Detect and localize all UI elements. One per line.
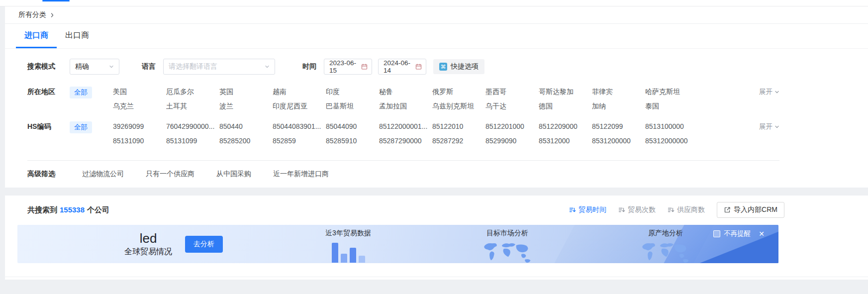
sort-supplier-count-label: 供应商数 (677, 205, 705, 214)
hs-code-item[interactable]: 39269099 (113, 121, 166, 132)
region-item[interactable]: 印度 (326, 87, 379, 97)
filter-row-region: 所在地区 全部 美国厄瓜多尔英国越南印度秘鲁俄罗斯墨西哥哥斯达黎加菲律宾哈萨克斯… (27, 87, 779, 111)
hs-code-item[interactable]: 85312000000 (645, 136, 698, 146)
hs-code-item[interactable]: 85287292 (432, 136, 485, 146)
filter-panel: 搜索模式 精确 语言 请选择翻译语言 时间 2023-06-15 (5, 49, 868, 188)
hs-all-tag[interactable]: 全部 (70, 121, 92, 133)
hs-code-item[interactable]: 8512209000 (539, 121, 592, 132)
region-item[interactable]: 俄罗斯 (432, 87, 485, 97)
hs-code-item[interactable]: 85044083901... (273, 121, 326, 132)
hs-code-item[interactable]: 85287290000 (379, 136, 432, 146)
region-item[interactable]: 印度尼西亚 (273, 101, 326, 111)
region-item[interactable]: 孟加拉国 (379, 101, 432, 111)
date-start-input[interactable]: 2023-06-15 (324, 59, 372, 75)
hs-code-label: HS编码 (27, 121, 62, 131)
region-expand-toggle[interactable]: 展开 (759, 87, 779, 97)
chevron-down-icon (774, 124, 779, 129)
hs-code-item[interactable]: 85285200 (219, 136, 273, 146)
language-select[interactable]: 请选择翻译语言 (163, 59, 275, 75)
hs-code-item[interactable]: 85122000001... (379, 121, 432, 132)
banner-section-origin-title: 原产地分析 (648, 229, 683, 238)
banner-subtitle: 全球贸易情况 (124, 247, 172, 257)
hs-code-item[interactable]: 8512201000 (485, 121, 539, 132)
region-item[interactable]: 墨西哥 (485, 87, 539, 97)
hs-expand-label: 展开 (759, 122, 772, 131)
region-item[interactable]: 土耳其 (166, 101, 219, 111)
dismiss-checkbox[interactable] (713, 230, 720, 237)
time-label: 时间 (302, 62, 316, 71)
breadcrumb-all-categories[interactable]: 所有分类 (18, 10, 46, 19)
region-item[interactable]: 德国 (539, 101, 592, 111)
advanced-filter-option[interactable]: 过滤物流公司 (82, 170, 124, 179)
region-item[interactable]: 乌兹别克斯坦 (432, 101, 485, 111)
region-item[interactable]: 哥斯达黎加 (539, 87, 592, 97)
region-item[interactable]: 美国 (113, 87, 166, 97)
hs-code-item[interactable]: 850440 (219, 121, 273, 132)
tab-bar: 进口商 出口商 (5, 24, 868, 49)
sort-trade-time-label: 贸易时间 (579, 205, 606, 214)
hs-code-item[interactable]: 85299090 (485, 136, 539, 146)
hs-code-item[interactable]: 85131090 (113, 136, 166, 146)
tab-importers[interactable]: 进口商 (16, 24, 57, 48)
advanced-filter-option[interactable]: 近一年新增进口商 (273, 170, 329, 179)
hs-code-item[interactable]: 85131099 (166, 136, 219, 146)
results-count-suffix: 个公司 (87, 205, 109, 215)
sort-icon (668, 206, 675, 213)
bar-chart-icon (332, 241, 365, 263)
region-item[interactable]: 菲律宾 (592, 87, 645, 97)
advanced-filter-option[interactable]: 从中国采购 (216, 170, 251, 179)
chevron-down-icon (109, 64, 114, 69)
banner-section-trade-data: 近3年贸易数据 (306, 229, 390, 263)
hs-code-item[interactable]: 85122010 (432, 121, 485, 132)
hs-code-item[interactable]: 85285910 (326, 136, 379, 146)
analyze-button[interactable]: 去分析 (185, 236, 223, 253)
close-icon[interactable]: ✕ (759, 230, 765, 237)
sort-trade-time[interactable]: 贸易时间 (569, 205, 606, 214)
world-map-icon (638, 241, 693, 263)
sort-supplier-count[interactable]: 供应商数 (668, 205, 705, 214)
tab-exporters-label: 出口商 (65, 30, 89, 41)
hs-code-item[interactable]: 8513100000 (645, 121, 698, 132)
hs-code-item[interactable]: 85122099 (592, 121, 645, 132)
region-item[interactable]: 乌干达 (485, 101, 539, 111)
region-item[interactable]: 哈萨克斯坦 (645, 87, 698, 97)
region-item[interactable]: 乌克兰 (113, 101, 166, 111)
hs-code-list: 3926909976042990000...85044085044083901.… (113, 121, 698, 146)
bottom-divider (5, 277, 868, 277)
sort-trade-count[interactable]: 贸易次数 (618, 205, 656, 214)
date-end-input[interactable]: 2024-06-14 (378, 59, 426, 75)
hs-code-item[interactable]: 85044090 (326, 121, 379, 132)
region-item[interactable]: 厄瓜多尔 (166, 87, 219, 97)
region-item[interactable]: 英国 (219, 87, 273, 97)
quick-options-button[interactable]: ⌘ 快捷选项 (433, 59, 484, 74)
search-mode-select[interactable]: 精确 (70, 59, 119, 75)
sort-icon (569, 206, 576, 213)
hs-expand-toggle[interactable]: 展开 (759, 121, 779, 131)
hs-code-item[interactable]: 852859 (273, 136, 326, 146)
tab-exporters[interactable]: 出口商 (57, 24, 97, 48)
region-item[interactable]: 波兰 (219, 101, 273, 111)
region-item[interactable]: 巴基斯坦 (326, 101, 379, 111)
hs-code-item[interactable]: 76042990000... (166, 121, 219, 132)
language-placeholder: 请选择翻译语言 (169, 62, 217, 71)
region-item[interactable]: 越南 (273, 87, 326, 97)
results-count-number: 155338 (60, 205, 85, 214)
filter-row-advanced: 高级筛选 过滤物流公司只有一个供应商从中国采购近一年新增进口商 (27, 170, 779, 179)
region-item[interactable]: 秘鲁 (379, 87, 432, 97)
analysis-banner: led 全球贸易情况 去分析 近3年贸易数据 目标市场分析 (17, 225, 778, 263)
advanced-filter-option[interactable]: 只有一个供应商 (146, 170, 194, 179)
quick-options-label: 快捷选项 (451, 62, 479, 71)
region-item[interactable]: 加纳 (592, 101, 645, 111)
hs-code-item[interactable]: 85312000 (539, 136, 592, 146)
banner-section-trade-data-title: 近3年贸易数据 (325, 229, 371, 238)
main-card: 所有分类 进口商 出口商 搜索模式 精确 语言 请选择翻译语言 (5, 6, 868, 188)
top-cutoff-strip (0, 0, 868, 6)
results-bar: 共搜索到 155338 个公司 贸易时间 贸易次数 (5, 202, 784, 218)
import-crm-button[interactable]: 导入内部CRM (717, 202, 784, 218)
hs-code-item[interactable]: 8531200000 (592, 136, 645, 146)
region-all-tag[interactable]: 全部 (70, 87, 92, 98)
results-count-prefix: 共搜索到 (27, 205, 57, 215)
results-count-text: 共搜索到 155338 个公司 (27, 205, 109, 215)
filter-divider (27, 160, 779, 161)
region-item[interactable]: 泰国 (645, 101, 698, 111)
